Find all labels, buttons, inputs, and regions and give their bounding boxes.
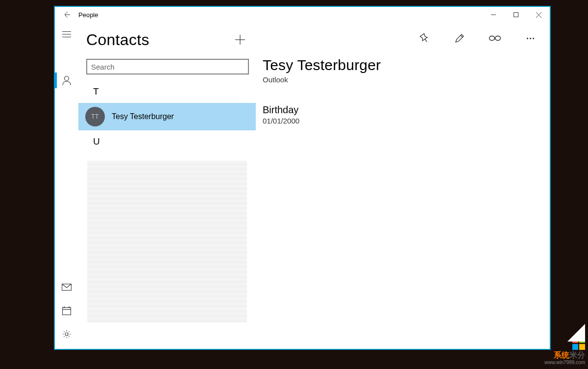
close-icon xyxy=(536,12,541,18)
group-header[interactable]: U xyxy=(78,130,256,153)
link-button[interactable] xyxy=(483,26,507,50)
svg-point-4 xyxy=(65,76,69,81)
back-button[interactable] xyxy=(55,7,78,23)
app-title: People xyxy=(78,11,98,19)
calendar-icon xyxy=(62,306,71,315)
contact-row[interactable]: TT Tesy Testerburger xyxy=(78,103,256,130)
ellipsis-icon xyxy=(527,38,534,39)
svg-rect-1 xyxy=(514,13,518,17)
plus-icon xyxy=(235,34,245,45)
contacts-nav[interactable] xyxy=(55,69,78,92)
svg-line-19 xyxy=(425,39,427,42)
detail-toolbar xyxy=(256,23,550,54)
pin-icon xyxy=(419,33,430,44)
mail-nav[interactable] xyxy=(55,275,78,299)
contacts-list: T TT Tesy Testerburger U xyxy=(78,80,256,349)
calendar-nav[interactable] xyxy=(55,299,78,322)
hamburger-button[interactable] xyxy=(55,23,78,46)
mail-icon xyxy=(62,284,72,291)
nav-rail xyxy=(55,23,78,349)
svg-rect-6 xyxy=(63,308,71,315)
contact-detail-name: Tesy Testerburger xyxy=(263,57,550,74)
close-button[interactable] xyxy=(527,7,550,23)
maximize-button[interactable] xyxy=(505,7,527,23)
group-header[interactable]: T xyxy=(78,80,256,103)
arrow-left-icon xyxy=(63,11,71,19)
field-birthday: Birthday 01/01/2000 xyxy=(263,104,550,125)
person-icon xyxy=(62,75,71,85)
settings-nav[interactable] xyxy=(55,322,78,346)
search-input[interactable] xyxy=(86,59,249,74)
field-value: 01/01/2000 xyxy=(263,117,550,125)
edit-button[interactable] xyxy=(448,26,471,50)
link-icon xyxy=(489,35,501,42)
minimize-icon xyxy=(491,12,496,17)
field-label: Birthday xyxy=(263,104,550,116)
pin-button[interactable] xyxy=(413,26,436,50)
avatar: TT xyxy=(85,107,105,126)
svg-point-22 xyxy=(495,36,501,41)
watermark: 系统米分 www.win7999.com xyxy=(544,337,585,365)
svg-line-20 xyxy=(461,35,463,37)
hamburger-icon xyxy=(62,31,71,37)
contacts-heading: Contacts xyxy=(86,31,226,49)
minimize-button[interactable] xyxy=(482,7,505,23)
pencil-icon xyxy=(454,33,465,44)
contacts-list-pane: Contacts T TT Tesy Testerburger U xyxy=(78,23,256,349)
svg-point-21 xyxy=(490,36,495,41)
loading-placeholder xyxy=(87,161,247,322)
maximize-icon xyxy=(514,12,518,17)
svg-point-16 xyxy=(65,333,68,336)
titlebar: People xyxy=(55,7,550,23)
people-window: People xyxy=(54,6,551,350)
more-button[interactable] xyxy=(518,26,542,50)
contact-name: Tesy Testerburger xyxy=(112,112,174,121)
contact-source: Outlook xyxy=(263,75,550,84)
gear-icon xyxy=(62,330,71,339)
contact-detail-pane: Tesy Testerburger Outlook Birthday 01/01… xyxy=(256,23,550,349)
add-contact-button[interactable] xyxy=(226,26,254,53)
